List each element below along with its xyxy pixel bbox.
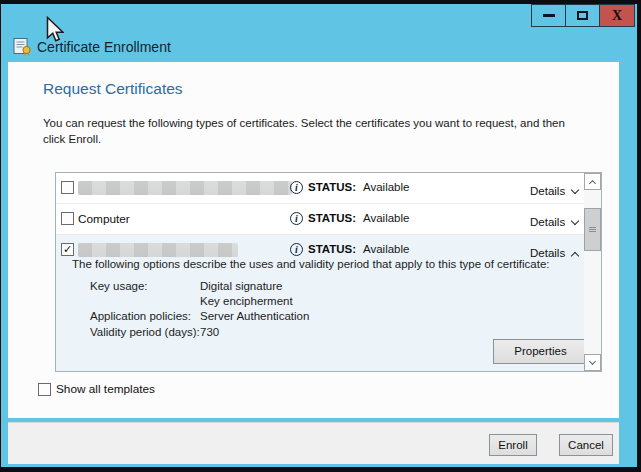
window-controls: X <box>532 4 635 27</box>
template-1-redacted-name <box>78 181 292 195</box>
template-2-details-toggle[interactable]: Details <box>530 212 582 230</box>
certificate-icon <box>13 37 32 56</box>
maximize-icon <box>577 11 588 20</box>
minimize-button[interactable] <box>531 4 566 27</box>
maximize-button[interactable] <box>565 4 600 27</box>
page-title: Request Certificates <box>43 80 183 98</box>
show-all-templates-control[interactable]: Show all templates <box>38 383 155 396</box>
status-label: STATUS: <box>308 212 356 224</box>
window-title: Certificate Enrollment <box>37 39 171 55</box>
key-usage-label: Key usage: <box>90 280 148 292</box>
dialog-content: Request Certificates You can request the… <box>8 62 619 418</box>
info-icon: i <box>290 212 303 225</box>
close-icon: X <box>612 9 622 23</box>
key-usage-value-2: Key encipherment <box>200 295 293 307</box>
status-value: Available <box>363 181 409 193</box>
desktop: X Certificate Enrollment Request Certifi… <box>0 0 641 472</box>
template-3-checkbox[interactable]: ✓ <box>61 243 74 256</box>
instruction-text: You can request the following types of c… <box>43 116 565 147</box>
key-usage-value-1: Digital signature <box>200 280 282 292</box>
scrollbar-up-button[interactable] <box>584 173 601 190</box>
template-3-redacted-name <box>78 243 238 257</box>
instruction-line-2: click Enroll. <box>43 132 565 148</box>
details-label: Details <box>530 185 565 197</box>
dialog-footer: Enroll Cancel <box>8 422 619 464</box>
validity-period-label: Validity period (days): <box>90 326 200 338</box>
chevron-down-icon <box>571 186 579 194</box>
properties-button[interactable]: Properties <box>493 339 588 364</box>
details-label: Details <box>530 216 565 228</box>
application-policies-label: Application policies: <box>90 310 191 322</box>
chevron-down-icon <box>589 357 596 364</box>
instruction-line-1: You can request the following types of c… <box>43 116 565 132</box>
close-button[interactable]: X <box>599 4 635 27</box>
chevron-up-icon <box>589 179 596 186</box>
scrollbar-thumb[interactable] <box>584 208 601 251</box>
certificate-template-list: i STATUS: Available Details Computer i S… <box>55 172 602 372</box>
template-1-checkbox[interactable] <box>61 181 74 194</box>
chevron-up-icon <box>571 252 579 260</box>
certificate-enrollment-window: X Certificate Enrollment Request Certifi… <box>1 4 637 467</box>
chevron-down-icon <box>571 217 579 225</box>
application-policies-value: Server Authentication <box>200 310 309 322</box>
enroll-button[interactable]: Enroll <box>489 434 537 456</box>
template-1-details-toggle[interactable]: Details <box>530 181 582 199</box>
minimize-icon <box>543 14 555 17</box>
scrollbar-grip-icon <box>589 227 596 232</box>
validity-period-value: 730 <box>200 326 219 338</box>
template-2-checkbox[interactable] <box>61 212 74 225</box>
template-row-1: i STATUS: Available Details <box>56 173 584 204</box>
list-scrollbar[interactable] <box>584 173 601 371</box>
template-row-2: Computer i STATUS: Available Details <box>56 204 584 235</box>
status-label: STATUS: <box>308 243 356 255</box>
show-all-templates-label: Show all templates <box>56 383 155 396</box>
template-row-3-selected: ✓ i STATUS: Available Details The follow… <box>56 235 584 371</box>
template-2-name: Computer <box>78 212 130 226</box>
scrollbar-down-button[interactable] <box>584 354 601 371</box>
expanded-details-intro: The following options describe the uses … <box>72 258 550 270</box>
status-label: STATUS: <box>308 181 356 193</box>
info-icon: i <box>290 181 303 194</box>
status-value: Available <box>363 212 409 224</box>
cancel-button[interactable]: Cancel <box>559 434 613 456</box>
window-header: Certificate Enrollment <box>13 37 171 56</box>
show-all-templates-checkbox[interactable] <box>38 383 51 396</box>
info-icon: i <box>290 243 303 256</box>
status-value: Available <box>363 243 409 255</box>
